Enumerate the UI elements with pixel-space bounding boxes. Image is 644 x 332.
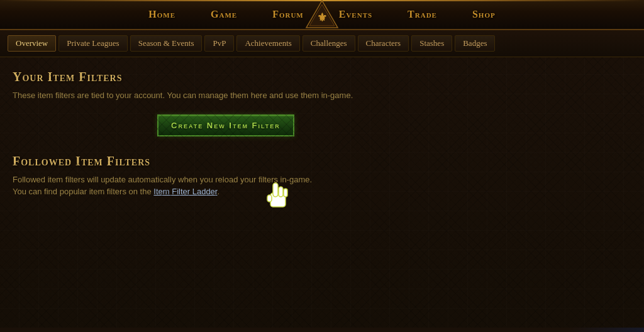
tab-overview[interactable]: Overview	[8, 35, 56, 52]
tab-badges[interactable]: Badges	[455, 35, 495, 52]
nav-logo: ⚜	[297, 0, 347, 33]
tab-stashes[interactable]: Stashes	[411, 35, 452, 52]
svg-text:⚜: ⚜	[317, 11, 327, 24]
sub-navigation: Overview Private Leagues Season & Events…	[0, 30, 644, 57]
followed-filters-section: Followed Item Filters Followed item filt…	[13, 154, 631, 198]
followed-filters-description: Followed item filters will update automa…	[13, 174, 631, 198]
top-navigation: Home Game Forum ⚜ Events Trade Shop	[0, 0, 644, 30]
main-content: Your Item Filters These item filters are…	[0, 57, 644, 328]
nav-shop[interactable]: Shop	[455, 0, 513, 29]
followed-filters-title: Followed Item Filters	[13, 154, 631, 169]
nav-home[interactable]: Home	[131, 0, 193, 29]
your-filters-title: Your Item Filters	[13, 70, 631, 84]
your-filters-section: Your Item Filters These item filters are…	[13, 70, 631, 154]
create-new-filter-button[interactable]: Create New Item Filter	[157, 114, 294, 136]
tab-achievements[interactable]: Achievements	[236, 35, 299, 52]
item-filter-ladder-link[interactable]: Item Filter Ladder	[153, 187, 217, 196]
tab-season-events[interactable]: Season & Events	[130, 35, 203, 52]
nav-trade[interactable]: Trade	[390, 0, 455, 29]
tab-characters[interactable]: Characters	[358, 35, 409, 52]
tab-challenges[interactable]: Challenges	[303, 35, 355, 52]
nav-game[interactable]: Game	[193, 0, 255, 29]
your-filters-description: These item filters are tied to your acco…	[13, 89, 631, 102]
tab-private-leagues[interactable]: Private Leagues	[58, 35, 127, 52]
tab-pvp[interactable]: PvP	[204, 35, 234, 52]
